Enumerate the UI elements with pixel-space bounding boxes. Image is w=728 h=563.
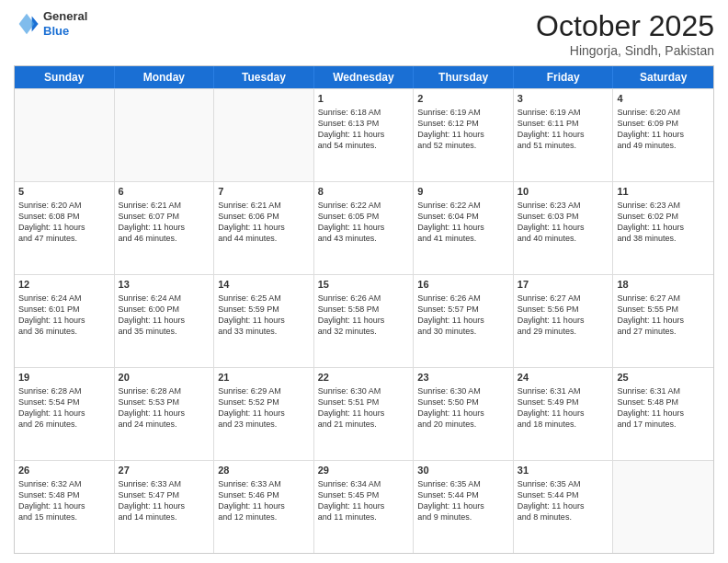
day-info: Sunrise: 6:35 AM Sunset: 5:44 PM Dayligh… <box>518 478 609 523</box>
logo-general: General <box>43 9 87 24</box>
calendar-cell: 15Sunrise: 6:26 AM Sunset: 5:58 PM Dayli… <box>314 275 415 367</box>
day-info: Sunrise: 6:31 AM Sunset: 5:48 PM Dayligh… <box>617 385 710 431</box>
day-number: 8 <box>318 185 410 199</box>
month-title: October 2025 <box>536 9 714 43</box>
day-number: 16 <box>417 278 509 292</box>
day-info: Sunrise: 6:21 AM Sunset: 6:07 PM Dayligh… <box>119 200 210 245</box>
day-number: 9 <box>417 185 509 199</box>
calendar-cell: 24Sunrise: 6:31 AM Sunset: 5:49 PM Dayli… <box>514 368 614 460</box>
calendar-cell: 7Sunrise: 6:21 AM Sunset: 6:06 PM Daylig… <box>214 182 314 274</box>
day-number: 31 <box>518 464 609 477</box>
day-number: 13 <box>119 278 210 292</box>
weekday-header: Thursday <box>414 66 514 88</box>
day-number: 10 <box>518 185 609 199</box>
calendar-cell: 19Sunrise: 6:28 AM Sunset: 5:54 PM Dayli… <box>15 368 115 460</box>
logo-blue: Blue <box>43 24 87 39</box>
calendar-cell: 5Sunrise: 6:20 AM Sunset: 6:08 PM Daylig… <box>15 182 115 274</box>
day-number: 19 <box>18 371 110 385</box>
logo-text: General Blue <box>43 9 87 38</box>
weekday-header: Saturday <box>613 66 713 88</box>
page: General Blue October 2025 Hingorja, Sind… <box>0 0 728 563</box>
day-info: Sunrise: 6:24 AM Sunset: 6:00 PM Dayligh… <box>119 293 210 338</box>
day-number: 7 <box>218 185 310 199</box>
day-number: 17 <box>518 278 609 292</box>
calendar-row: 1Sunrise: 6:18 AM Sunset: 6:13 PM Daylig… <box>15 88 713 181</box>
day-info: Sunrise: 6:30 AM Sunset: 5:50 PM Dayligh… <box>417 385 509 431</box>
day-info: Sunrise: 6:33 AM Sunset: 5:47 PM Dayligh… <box>119 478 210 523</box>
calendar-body: 1Sunrise: 6:18 AM Sunset: 6:13 PM Daylig… <box>15 88 713 553</box>
day-number: 21 <box>218 371 310 385</box>
calendar-cell <box>15 89 115 181</box>
calendar-cell <box>613 461 713 553</box>
calendar-cell: 20Sunrise: 6:28 AM Sunset: 5:53 PM Dayli… <box>115 368 215 460</box>
day-number: 27 <box>119 464 210 477</box>
day-info: Sunrise: 6:23 AM Sunset: 6:02 PM Dayligh… <box>617 200 710 245</box>
day-info: Sunrise: 6:30 AM Sunset: 5:51 PM Dayligh… <box>318 385 410 431</box>
day-number: 30 <box>417 464 509 477</box>
calendar-cell: 11Sunrise: 6:23 AM Sunset: 6:02 PM Dayli… <box>613 182 713 274</box>
day-number: 29 <box>318 464 410 477</box>
day-info: Sunrise: 6:27 AM Sunset: 5:55 PM Dayligh… <box>617 293 710 338</box>
calendar-row: 12Sunrise: 6:24 AM Sunset: 6:01 PM Dayli… <box>15 274 713 367</box>
day-info: Sunrise: 6:27 AM Sunset: 5:56 PM Dayligh… <box>518 293 609 338</box>
day-info: Sunrise: 6:28 AM Sunset: 5:54 PM Dayligh… <box>18 385 110 431</box>
title-block: October 2025 Hingorja, Sindh, Pakistan <box>536 9 714 58</box>
logo-icon <box>14 11 40 37</box>
day-number: 22 <box>318 371 410 385</box>
calendar-cell: 25Sunrise: 6:31 AM Sunset: 5:48 PM Dayli… <box>613 368 713 460</box>
day-info: Sunrise: 6:24 AM Sunset: 6:01 PM Dayligh… <box>18 293 110 338</box>
day-number: 2 <box>417 92 509 106</box>
calendar-cell: 31Sunrise: 6:35 AM Sunset: 5:44 PM Dayli… <box>514 461 614 553</box>
calendar-cell: 26Sunrise: 6:32 AM Sunset: 5:48 PM Dayli… <box>15 461 115 553</box>
day-info: Sunrise: 6:19 AM Sunset: 6:11 PM Dayligh… <box>518 107 609 152</box>
day-info: Sunrise: 6:22 AM Sunset: 6:05 PM Dayligh… <box>318 200 410 245</box>
weekday-header: Friday <box>514 66 614 88</box>
calendar-cell: 10Sunrise: 6:23 AM Sunset: 6:03 PM Dayli… <box>514 182 614 274</box>
day-info: Sunrise: 6:29 AM Sunset: 5:52 PM Dayligh… <box>218 385 310 431</box>
calendar-cell: 16Sunrise: 6:26 AM Sunset: 5:57 PM Dayli… <box>414 275 514 367</box>
calendar-cell: 9Sunrise: 6:22 AM Sunset: 6:04 PM Daylig… <box>414 182 514 274</box>
logo: General Blue <box>14 9 87 38</box>
day-info: Sunrise: 6:33 AM Sunset: 5:46 PM Dayligh… <box>218 478 310 523</box>
calendar-cell: 6Sunrise: 6:21 AM Sunset: 6:07 PM Daylig… <box>115 182 215 274</box>
calendar-header: SundayMondayTuesdayWednesdayThursdayFrid… <box>15 66 713 88</box>
day-number: 18 <box>617 278 710 292</box>
calendar-row: 26Sunrise: 6:32 AM Sunset: 5:48 PM Dayli… <box>15 460 713 553</box>
day-number: 20 <box>119 371 210 385</box>
calendar-cell: 28Sunrise: 6:33 AM Sunset: 5:46 PM Dayli… <box>214 461 314 553</box>
calendar-cell <box>214 89 314 181</box>
calendar-cell: 23Sunrise: 6:30 AM Sunset: 5:50 PM Dayli… <box>414 368 514 460</box>
calendar-cell: 27Sunrise: 6:33 AM Sunset: 5:47 PM Dayli… <box>115 461 215 553</box>
calendar-cell: 3Sunrise: 6:19 AM Sunset: 6:11 PM Daylig… <box>514 89 614 181</box>
calendar-cell: 21Sunrise: 6:29 AM Sunset: 5:52 PM Dayli… <box>214 368 314 460</box>
day-info: Sunrise: 6:19 AM Sunset: 6:12 PM Dayligh… <box>417 107 509 152</box>
day-number: 6 <box>119 185 210 199</box>
day-info: Sunrise: 6:28 AM Sunset: 5:53 PM Dayligh… <box>119 385 210 431</box>
day-info: Sunrise: 6:23 AM Sunset: 6:03 PM Dayligh… <box>518 200 609 245</box>
day-number: 5 <box>18 185 110 199</box>
location: Hingorja, Sindh, Pakistan <box>536 43 714 58</box>
day-info: Sunrise: 6:32 AM Sunset: 5:48 PM Dayligh… <box>18 478 110 523</box>
day-number: 24 <box>518 371 609 385</box>
calendar-cell: 2Sunrise: 6:19 AM Sunset: 6:12 PM Daylig… <box>414 89 514 181</box>
day-info: Sunrise: 6:31 AM Sunset: 5:49 PM Dayligh… <box>518 385 609 431</box>
day-number: 3 <box>518 92 609 106</box>
calendar-cell: 18Sunrise: 6:27 AM Sunset: 5:55 PM Dayli… <box>613 275 713 367</box>
day-number: 4 <box>617 92 710 106</box>
day-info: Sunrise: 6:26 AM Sunset: 5:57 PM Dayligh… <box>417 293 509 338</box>
day-info: Sunrise: 6:22 AM Sunset: 6:04 PM Dayligh… <box>417 200 509 245</box>
day-info: Sunrise: 6:25 AM Sunset: 5:59 PM Dayligh… <box>218 293 310 338</box>
calendar-cell: 4Sunrise: 6:20 AM Sunset: 6:09 PM Daylig… <box>613 89 713 181</box>
calendar-cell: 1Sunrise: 6:18 AM Sunset: 6:13 PM Daylig… <box>314 89 415 181</box>
calendar-cell: 8Sunrise: 6:22 AM Sunset: 6:05 PM Daylig… <box>314 182 415 274</box>
calendar: SundayMondayTuesdayWednesdayThursdayFrid… <box>14 65 714 554</box>
day-number: 25 <box>617 371 710 385</box>
weekday-header: Tuesday <box>214 66 314 88</box>
calendar-cell: 14Sunrise: 6:25 AM Sunset: 5:59 PM Dayli… <box>214 275 314 367</box>
header: General Blue October 2025 Hingorja, Sind… <box>14 9 714 58</box>
day-number: 1 <box>318 92 410 106</box>
day-info: Sunrise: 6:34 AM Sunset: 5:45 PM Dayligh… <box>318 478 410 523</box>
calendar-cell: 12Sunrise: 6:24 AM Sunset: 6:01 PM Dayli… <box>15 275 115 367</box>
calendar-cell <box>115 89 215 181</box>
calendar-cell: 13Sunrise: 6:24 AM Sunset: 6:00 PM Dayli… <box>115 275 215 367</box>
